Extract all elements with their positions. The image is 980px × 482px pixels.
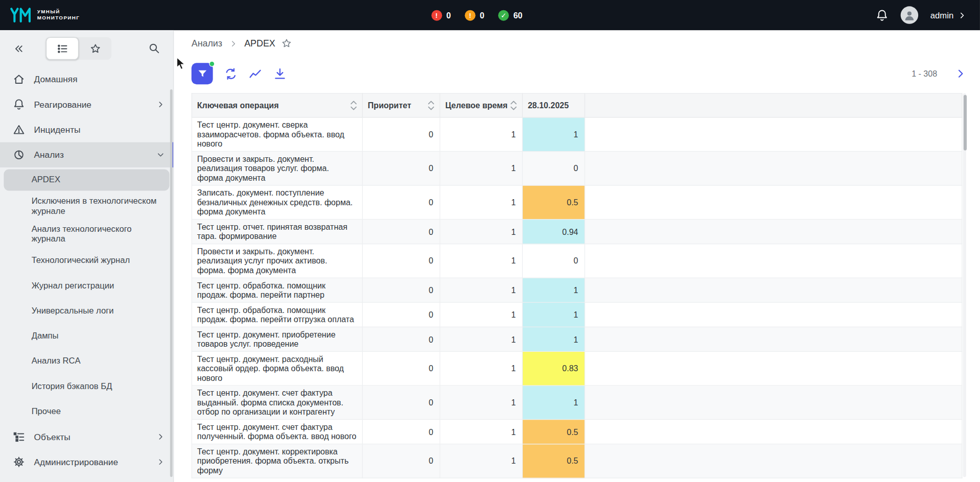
brand[interactable]: УМНЫЙ МОНИТОРИНГ xyxy=(10,7,80,23)
chart-button[interactable] xyxy=(249,67,262,80)
table-row[interactable]: Провести и закрыть. документ. реализация… xyxy=(192,151,962,185)
table-scrollbar[interactable] xyxy=(963,93,966,477)
cell-priority: 0 xyxy=(362,444,440,478)
notifications-button[interactable] xyxy=(876,9,889,22)
warning-counter[interactable]: ! 0 xyxy=(464,10,484,20)
apdex-table: Ключевая операция Приоритет xyxy=(192,93,963,478)
sidebar-search-button[interactable] xyxy=(148,42,161,55)
sidebar-subitem-rca[interactable]: Анализ RCA xyxy=(0,349,173,374)
table-row[interactable]: Тест центр. документ. сверка взаиморасче… xyxy=(192,117,962,152)
cell-apdex-value: 1 xyxy=(522,117,585,152)
pagination-next-button[interactable] xyxy=(955,68,966,79)
cell-apdex-value: 0.5 xyxy=(522,420,585,444)
table-row[interactable]: Тест центр. документ. приобретение товар… xyxy=(192,327,962,351)
download-button[interactable] xyxy=(273,67,287,80)
sidebar-item-administration[interactable]: Администрирование xyxy=(0,449,173,474)
sidebar-subitem-universal-logs[interactable]: Универсальные логи xyxy=(0,298,173,323)
table-row[interactable]: Тест центр. документ. корректировка прио… xyxy=(192,444,962,478)
ok-count: 60 xyxy=(514,10,523,19)
warning-triangle-icon xyxy=(13,124,26,136)
cell-apdex-value: 1 xyxy=(522,278,585,302)
table-scrollbar-thumb[interactable] xyxy=(964,95,967,150)
sidebar-subitem-dumps[interactable]: Дампы xyxy=(0,324,173,349)
sidebar-subitem-techlog[interactable]: Технологический журнал xyxy=(0,248,173,273)
star-icon xyxy=(89,42,101,54)
user-menu[interactable]: admin xyxy=(930,10,966,19)
sidebar-item-label: Объекты xyxy=(34,432,147,442)
table-row[interactable]: Тест центр. документ. счет фактура выдан… xyxy=(192,385,962,420)
critical-counter[interactable]: ! 0 xyxy=(431,10,451,20)
table-row[interactable]: Тест центр. документ. расходный кассовый… xyxy=(192,351,962,385)
cell-priority: 0 xyxy=(362,151,440,185)
cell-target: 1 xyxy=(440,327,522,351)
cell-priority: 0 xyxy=(362,185,440,220)
sidebar-item-incidents[interactable]: Инциденты xyxy=(0,117,173,142)
sidebar-item-home[interactable]: Домашняя xyxy=(0,67,173,92)
filter-button[interactable] xyxy=(192,63,213,84)
table-row[interactable]: Тест центр. обработка. помощник продаж. … xyxy=(192,302,962,327)
sort-icon[interactable] xyxy=(428,100,435,111)
column-header-priority[interactable]: Приоритет xyxy=(362,93,440,117)
cell-apdex-value: 0 xyxy=(522,244,585,278)
sidebar-item-response[interactable]: Реагирование xyxy=(0,92,173,117)
topbar-right: admin xyxy=(876,6,966,24)
sidebar-item-analysis[interactable]: Анализ xyxy=(0,142,173,167)
shell: Домашняя Реагирование Ин xyxy=(0,30,980,482)
sidebar-collapse-button[interactable] xyxy=(13,42,25,54)
cell-filler xyxy=(585,351,962,385)
sidebar-tabs xyxy=(46,37,111,60)
sort-icon[interactable] xyxy=(350,100,357,111)
cell-filler xyxy=(585,278,962,302)
table-row[interactable]: Тест центр. документ. счет фактура получ… xyxy=(192,420,962,444)
table-row[interactable]: Записать. документ. поступление безналич… xyxy=(192,185,962,220)
sidebar-subitem-techlog-analysis[interactable]: Анализ технологического журнала xyxy=(0,220,173,248)
cell-priority: 0 xyxy=(362,117,440,152)
tab-favorites[interactable] xyxy=(79,37,111,60)
cell-operation: Записать. документ. поступление безналич… xyxy=(192,185,362,220)
cell-target: 1 xyxy=(440,420,522,444)
sidebar-subitem-backup-history[interactable]: История бэкапов БД xyxy=(0,374,173,399)
breadcrumb-section[interactable]: Анализ xyxy=(192,38,222,49)
ok-counter[interactable]: ✓ 60 xyxy=(498,10,522,20)
avatar[interactable] xyxy=(901,6,919,24)
table-row[interactable]: Тест центр. отчет. принятая возвратная т… xyxy=(192,220,962,244)
refresh-button[interactable] xyxy=(224,67,238,80)
cell-operation: Провести и закрыть. документ. реализация… xyxy=(192,244,362,278)
sidebar-header xyxy=(0,30,173,66)
status-counters: ! 0 ! 0 ✓ 60 xyxy=(431,0,523,30)
sidebar-item-label: Анализ xyxy=(34,150,147,160)
column-header-date[interactable]: 28.10.2025 xyxy=(522,93,585,117)
pagination-range: 1 - 308 xyxy=(912,69,937,78)
sidebar-item-objects[interactable]: Объекты xyxy=(0,424,173,449)
sidebar-subitem-other[interactable]: Прочее xyxy=(0,399,173,424)
brand-logo-icon xyxy=(10,7,32,23)
chevron-right-icon xyxy=(955,68,966,79)
column-header-operation[interactable]: Ключевая операция xyxy=(192,93,362,117)
warning-count: 0 xyxy=(480,10,484,19)
sidebar-subitem-exceptions[interactable]: Исключения в технологическом журнале xyxy=(0,192,173,220)
trend-line-icon xyxy=(249,67,262,80)
cell-operation: Тест центр. документ. расходный кассовый… xyxy=(192,351,362,385)
table-row[interactable]: Провести и закрыть. документ. реализация… xyxy=(192,244,962,278)
screen: УМНЫЙ МОНИТОРИНГ ! 0 ! 0 ✓ 60 xyxy=(0,0,980,482)
sidebar-subitem-apdex[interactable]: APDEX xyxy=(4,170,169,191)
cell-target: 1 xyxy=(440,151,522,185)
sidebar-scrollbar[interactable] xyxy=(170,89,173,477)
cell-priority: 0 xyxy=(362,385,440,420)
favorite-button[interactable] xyxy=(281,38,292,49)
cell-priority: 0 xyxy=(362,351,440,385)
toolbar: 1 - 308 xyxy=(192,63,966,84)
download-icon xyxy=(273,67,287,80)
cell-target: 1 xyxy=(440,278,522,302)
column-header-target-time[interactable]: Целевое время xyxy=(440,93,522,117)
tab-menu-list[interactable] xyxy=(46,37,79,60)
warning-icon: ! xyxy=(464,10,475,20)
cell-target: 1 xyxy=(440,302,522,327)
cell-operation: Тест центр. документ. корректировка прио… xyxy=(192,444,362,478)
chevron-right-icon xyxy=(958,11,966,19)
sidebar-subitem-registration-log[interactable]: Журнал регистрации xyxy=(0,273,173,298)
table-row[interactable]: Тест центр. обработка. помощник продаж. … xyxy=(192,278,962,302)
sort-icon[interactable] xyxy=(510,100,517,111)
sidebar-item-about[interactable]: О системе xyxy=(0,474,173,482)
cell-priority: 0 xyxy=(362,302,440,327)
